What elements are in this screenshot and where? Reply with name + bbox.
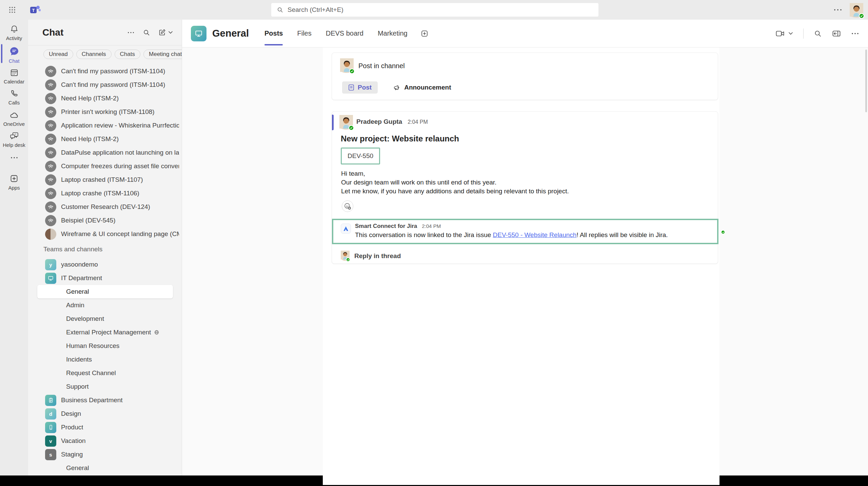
channel-item-incidents[interactable]: Incidents xyxy=(28,353,182,366)
channel-item-development[interactable]: Development xyxy=(28,312,182,326)
chat-list-item[interactable]: Need Help (ITSM-2) xyxy=(28,132,182,146)
chat-list-item[interactable]: Printer isn't working (ITSM-1108) xyxy=(28,105,182,119)
cloud-icon xyxy=(9,111,19,119)
header-divider xyxy=(803,28,804,39)
group-avatar xyxy=(45,66,56,77)
sidebar-divider xyxy=(28,45,182,45)
message-subject: New project: Website relaunch xyxy=(341,134,459,143)
group-avatar xyxy=(45,174,56,186)
add-reaction-button[interactable] xyxy=(342,200,353,212)
tab-devs-board[interactable]: DEVS board xyxy=(326,20,363,47)
rail-item-calendar[interactable]: Calendar xyxy=(0,68,28,84)
team-item-staging[interactable]: s Staging xyxy=(28,448,182,461)
group-avatar xyxy=(45,147,56,158)
team-item-design[interactable]: d Design xyxy=(28,407,182,421)
post-message-card: Pradeep Gupta 2:04 PM New project: Websi… xyxy=(332,111,718,264)
rail-item-help-desk[interactable]: ? Help desk xyxy=(0,132,28,148)
app-rail: Activity Chat Calendar Calls xyxy=(0,20,28,475)
video-camera-icon xyxy=(775,30,785,37)
chat-list-item[interactable]: Can't find my password (ITSM-1104) xyxy=(28,64,182,78)
sidebar-search-icon[interactable] xyxy=(143,29,150,36)
chevron-down-icon xyxy=(788,32,793,35)
titlebar-more-button[interactable] xyxy=(833,7,842,14)
filter-chats[interactable]: Chats xyxy=(115,50,140,59)
emoji-add-icon xyxy=(343,202,352,210)
channel-more-icon[interactable] xyxy=(851,32,859,35)
profile-avatar[interactable] xyxy=(850,12,863,18)
rail-item-chat[interactable]: Chat xyxy=(0,46,28,64)
chat-list-item[interactable]: Wireframe & UI concept landing page (CM.… xyxy=(28,227,182,241)
teams-and-channels-header: Teams and channels xyxy=(28,241,182,258)
vertical-scrollbar[interactable] xyxy=(865,50,867,112)
rail-item-activity[interactable]: Activity xyxy=(0,25,28,41)
author-avatar[interactable] xyxy=(339,124,353,130)
tab-marketing[interactable]: Marketing xyxy=(378,20,408,47)
chat-list-item[interactable]: Can't find my password (ITSM-1104) xyxy=(28,78,182,92)
team-item-business-department[interactable]: Business Department xyxy=(28,393,182,407)
calendar-icon xyxy=(10,68,19,77)
team-item-vacation[interactable]: v Vacation xyxy=(28,434,182,448)
jira-bot-reply-highlight: Smart Connect for Jira 2:04 PM This conv… xyxy=(332,219,718,244)
tab-files[interactable]: Files xyxy=(297,20,311,47)
reply-label: Reply in thread xyxy=(354,252,401,260)
meet-now-button[interactable] xyxy=(775,30,793,37)
teams-window: T Search (Ctrl+Alt+E) xyxy=(0,0,868,486)
new-chat-button[interactable] xyxy=(158,29,173,36)
open-pane-icon[interactable] xyxy=(832,30,841,38)
search-icon xyxy=(277,6,283,13)
more-dots-icon xyxy=(833,7,842,12)
post-button[interactable]: Post xyxy=(342,81,378,94)
bell-icon xyxy=(10,25,19,34)
rail-item-calls[interactable]: Calls xyxy=(0,89,28,105)
team-item-product[interactable]: Product xyxy=(28,421,182,434)
chat-list-item[interactable]: Computer freezes during asset file conve… xyxy=(28,159,182,173)
body-line: Let me know, if you have any additions a… xyxy=(341,187,569,196)
team-item-yasoondemo[interactable]: y yasoondemo xyxy=(28,258,182,271)
channel-item-support[interactable]: Support xyxy=(28,380,182,393)
channel-item-staging-general[interactable]: General xyxy=(28,461,182,475)
smart-connect-logo-icon xyxy=(342,225,349,232)
rail-more-apps-button[interactable] xyxy=(0,156,28,159)
chat-list-item[interactable]: Beispiel (DEV-545) xyxy=(28,214,182,227)
group-avatar xyxy=(45,188,56,199)
chat-list-item[interactable]: Need Help (ITSM-2) xyxy=(28,92,182,105)
chat-list-item[interactable]: DataPulse application not launching on l… xyxy=(28,146,182,159)
chevron-down-icon xyxy=(168,31,173,34)
filter-channels[interactable]: Channels xyxy=(76,50,112,59)
channel-item-general-selected[interactable]: General xyxy=(37,285,173,298)
jira-issue-link[interactable]: DEV-550 - Website Relaunch xyxy=(493,231,577,238)
channel-search-icon[interactable] xyxy=(814,30,822,38)
chat-list-item[interactable]: Application review - Whiskerina Purrfect… xyxy=(28,119,182,132)
reply-in-thread-button[interactable]: Reply in thread xyxy=(341,251,401,261)
channel-title: General xyxy=(212,28,249,39)
filter-meeting-chats[interactable]: Meeting chats xyxy=(143,50,182,59)
announcement-button[interactable]: Announcement xyxy=(393,84,451,91)
tab-posts[interactable]: Posts xyxy=(264,20,283,47)
channel-item-admin[interactable]: Admin xyxy=(28,298,182,312)
rail-label: Activity xyxy=(6,35,22,41)
global-search-input[interactable]: Search (Ctrl+Alt+E) xyxy=(271,3,598,17)
chat-photo-avatar xyxy=(45,229,56,240)
post-in-channel-prompt[interactable]: Post in channel xyxy=(358,62,405,70)
author-name[interactable]: Pradeep Gupta xyxy=(356,118,402,125)
chat-list-item[interactable]: Laptop crashe (ITSM-1106) xyxy=(28,187,182,200)
sidebar-more-icon[interactable] xyxy=(127,31,135,34)
jira-issue-key-box[interactable]: DEV-550 xyxy=(341,148,380,164)
team-item-it-department[interactable]: IT Department xyxy=(28,271,182,285)
people-icon xyxy=(47,68,54,75)
app-launcher-button[interactable] xyxy=(8,6,16,15)
channel-item-external-project-management[interactable]: External Project Management xyxy=(28,326,182,339)
chat-list-item[interactable]: Laptop crashed (ITSM-1107) xyxy=(28,173,182,187)
chat-sidebar: Chat Unread Channels xyxy=(28,20,182,475)
channel-item-human-resources[interactable]: Human Resources xyxy=(28,339,182,353)
presence-available-icon xyxy=(346,257,350,262)
plus-square-icon xyxy=(420,30,429,38)
svg-text:?: ? xyxy=(15,133,16,136)
rail-item-apps[interactable]: Apps xyxy=(0,174,28,191)
chat-list-item[interactable]: Customer Research (DEV-124) xyxy=(28,200,182,214)
add-tab-button[interactable] xyxy=(420,30,429,38)
rail-item-onedrive[interactable]: OneDrive xyxy=(0,111,28,127)
filter-unread[interactable]: Unread xyxy=(43,50,73,59)
chat-list: Can't find my password (ITSM-1104) Can't… xyxy=(28,64,182,475)
channel-item-request-channel[interactable]: Request Channel xyxy=(28,366,182,380)
